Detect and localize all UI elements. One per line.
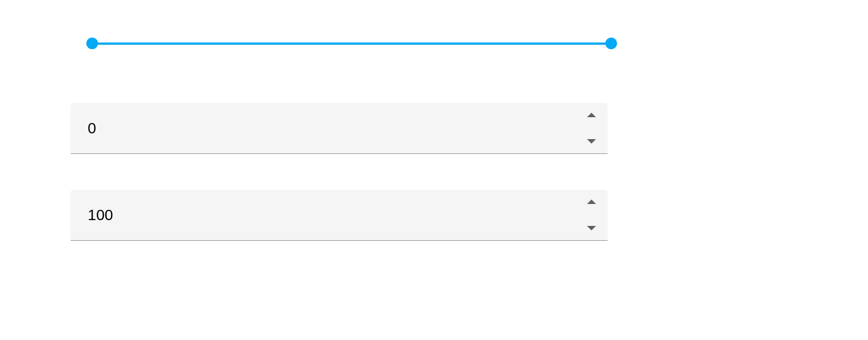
caret-up-icon[interactable] — [587, 200, 596, 204]
range-slider[interactable] — [92, 37, 611, 50]
caret-down-icon[interactable] — [587, 226, 596, 230]
range-slider-form: 0 100 — [71, 0, 608, 241]
max-value-input[interactable]: 100 — [88, 206, 581, 224]
max-value-field[interactable]: 100 — [71, 190, 608, 241]
slider-thumb-max[interactable] — [605, 38, 617, 49]
slider-track — [92, 42, 611, 45]
caret-down-icon[interactable] — [587, 139, 596, 144]
min-value-field[interactable]: 0 — [71, 103, 608, 154]
min-value-stepper — [585, 103, 598, 153]
min-value-input[interactable]: 0 — [88, 119, 581, 137]
max-value-stepper — [585, 190, 598, 240]
slider-thumb-min[interactable] — [86, 38, 98, 49]
caret-up-icon[interactable] — [587, 113, 596, 117]
